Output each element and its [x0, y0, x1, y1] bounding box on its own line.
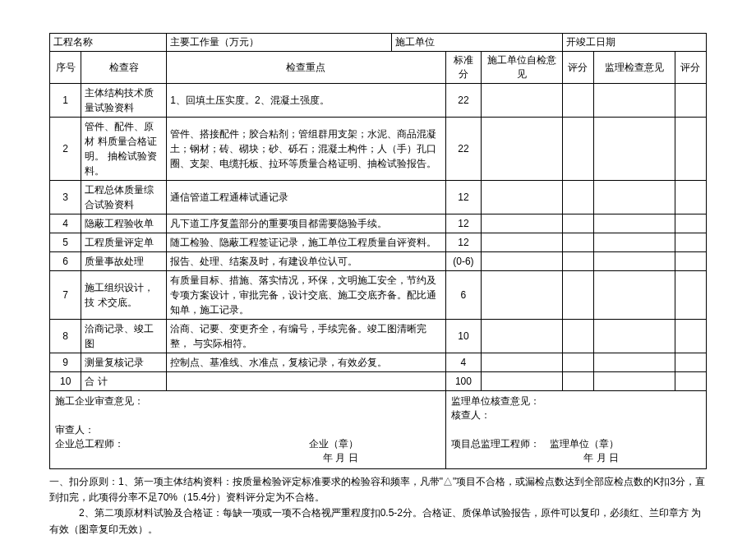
cell-supervisor [594, 118, 675, 181]
start-complete-date-label: 开竣工日期 [562, 34, 706, 52]
table-row: 6质量事故处理报告、处理、结案及时，有建设单位认可。(0-6) [50, 252, 707, 271]
cell-std: 10 [445, 320, 482, 353]
project-name-label: 工程名称 [50, 34, 167, 52]
footer-right-engineer: 项目总监理工程师： [451, 438, 540, 450]
cell-score2 [675, 353, 706, 372]
cell-std: 12 [445, 233, 482, 252]
cell-score1 [562, 118, 593, 181]
table-row: 3工程总体质量综 合试验资料通信管道工程通棒试通记录12 [50, 181, 707, 214]
cell-seq: 7 [50, 271, 81, 320]
cell-std: 12 [445, 214, 482, 233]
cell-std: 6 [445, 271, 482, 320]
footer-left-title: 施工企业审查意见： [55, 394, 440, 408]
note-2: 2、第二项原材料试验及合格证：每缺一项或一项不合格视严重程度扣0.5-2分。合格… [49, 505, 707, 535]
footer-row: 施工企业审查意见： 审查人： 企业总工程师： 企业（章） 年 月 日 监理单位核… [50, 391, 707, 469]
cell-key: 随工检验、隐蔽工程签证记录，施工单位工程质量自评资料。 [167, 233, 445, 252]
cell-std: 22 [445, 84, 482, 118]
cell-score2 [675, 181, 706, 214]
cell-supervisor [594, 252, 675, 271]
cell-key: 1、回填土压实度。2、混凝土强度。 [167, 84, 445, 118]
table-row: 8洽商记录、竣工图洽商、记要、变更齐全，有编号，手续完备。竣工图清晰完整， 与实… [50, 320, 707, 353]
construction-unit-label: 施工单位 [391, 34, 562, 52]
cell-self [482, 181, 563, 214]
cell-content: 测量复核记录 [81, 353, 167, 372]
cell-self [482, 353, 563, 372]
cell-score1 [562, 271, 593, 320]
cell-supervisor [594, 320, 675, 353]
cell-score2 [675, 320, 706, 353]
cell-key: 报告、处理、结案及时，有建设单位认可。 [167, 252, 445, 271]
cell-self [482, 271, 563, 320]
cell-supervisor [594, 84, 675, 118]
cell-supervisor [594, 181, 675, 214]
cell-score2 [675, 118, 706, 181]
notes-prefix: 一、扣分原则： [49, 476, 118, 487]
cell-score2 [675, 84, 706, 118]
col-self-opinion: 施工单位自检意见 [482, 52, 563, 84]
col-score1: 评分 [562, 52, 593, 84]
cell-content: 施工组织设计，技 术交底。 [81, 271, 167, 320]
cell-supervisor [594, 372, 675, 391]
cell-key: 有质量目标、措施、落实情况，环保，文明施工安全，节约及 专项方案设计，审批完备，… [167, 271, 445, 320]
cell-seq: 6 [50, 252, 81, 271]
cell-score1 [562, 214, 593, 233]
table-row: 2管件、配件、原材 料质量合格证明。 抽检试验资料。管件、搭接配件；胶合粘剂；管… [50, 118, 707, 181]
table-row: 5工程质量评定单随工检验、隐蔽工程签证记录，施工单位工程质量自评资料。12 [50, 233, 707, 252]
col-supervisor-opinion: 监理检查意见 [594, 52, 675, 84]
footer-right-reviewer: 核查人： [451, 408, 701, 422]
col-seq: 序号 [50, 52, 81, 84]
cell-std: 12 [445, 181, 482, 214]
column-header-row: 序号 检查容 检查重点 标准分 施工单位自检意见 评分 监理检查意见 评分 [50, 52, 707, 84]
col-score2: 评分 [675, 52, 706, 84]
footer-left-engineer: 企业总工程师： [55, 438, 124, 450]
cell-self [482, 320, 563, 353]
cell-score1 [562, 252, 593, 271]
cell-score2 [675, 271, 706, 320]
cell-score1 [562, 233, 593, 252]
cell-key: 洽商、记要、变更齐全，有编号，手续完备。竣工图清晰完整， 与实际相符。 [167, 320, 445, 353]
cell-content: 隐蔽工程验收单 [81, 214, 167, 233]
cell-seq: 8 [50, 320, 81, 353]
cell-content: 工程总体质量综 合试验资料 [81, 181, 167, 214]
footer-left: 施工企业审查意见： 审查人： 企业总工程师： 企业（章） 年 月 日 [50, 391, 446, 469]
table-row: 7施工组织设计，技 术交底。有质量目标、措施、落实情况，环保，文明施工安全，节约… [50, 271, 707, 320]
cell-seq: 1 [50, 84, 81, 118]
cell-self [482, 252, 563, 271]
cell-self [482, 118, 563, 181]
cell-self [482, 84, 563, 118]
cell-std: (0-6) [445, 252, 482, 271]
cell-score2 [675, 214, 706, 233]
cell-score1 [562, 320, 593, 353]
col-content: 检查容 [81, 52, 167, 84]
main-workload-label: 主要工作量（万元） [167, 34, 392, 52]
cell-content: 管件、配件、原材 料质量合格证明。 抽检试验资料。 [81, 118, 167, 181]
col-std: 标准分 [445, 52, 482, 84]
cell-self [482, 214, 563, 233]
footer-right-date: 年 月 日 [583, 451, 619, 465]
cell-seq: 4 [50, 214, 81, 233]
footer-left-reviewer: 审查人： [55, 423, 440, 437]
cell-key: 管件、搭接配件；胶合粘剂；管组群用支架；水泥、商品混凝 土；钢材；砖、砌块；砂、… [167, 118, 445, 181]
cell-key: 凡下道工序复盖部分的重要项目都需要隐验手续。 [167, 214, 445, 233]
cell-std: 22 [445, 118, 482, 181]
evaluation-table: 工程名称 主要工作量（万元） 施工单位 开竣工日期 序号 检查容 检查重点 标准… [49, 33, 707, 469]
table-row: 9测量复核记录控制点、基准线、水准点，复核记录，有效必复。4 [50, 353, 707, 372]
cell-content: 质量事故处理 [81, 252, 167, 271]
footer-left-seal: 企业（章） [309, 437, 358, 451]
cell-self [482, 233, 563, 252]
cell-seq: 9 [50, 353, 81, 372]
footer-left-date: 年 月 日 [323, 451, 358, 465]
cell-score1 [562, 372, 593, 391]
cell-key [167, 372, 445, 391]
footer-right-title: 监理单位核查意见： [451, 394, 701, 408]
cell-score1 [562, 353, 593, 372]
cell-content: 主体结构技术质 量试验资料 [81, 84, 167, 118]
cell-seq: 3 [50, 181, 81, 214]
cell-key: 通信管道工程通棒试通记录 [167, 181, 445, 214]
cell-content: 工程质量评定单 [81, 233, 167, 252]
cell-supervisor [594, 233, 675, 252]
footer-right: 监理单位核查意见： 核查人： 项目总监理工程师： 监理单位（章） 年 月 日 [445, 391, 706, 469]
cell-self [482, 372, 563, 391]
cell-score2 [675, 233, 706, 252]
cell-score1 [562, 181, 593, 214]
